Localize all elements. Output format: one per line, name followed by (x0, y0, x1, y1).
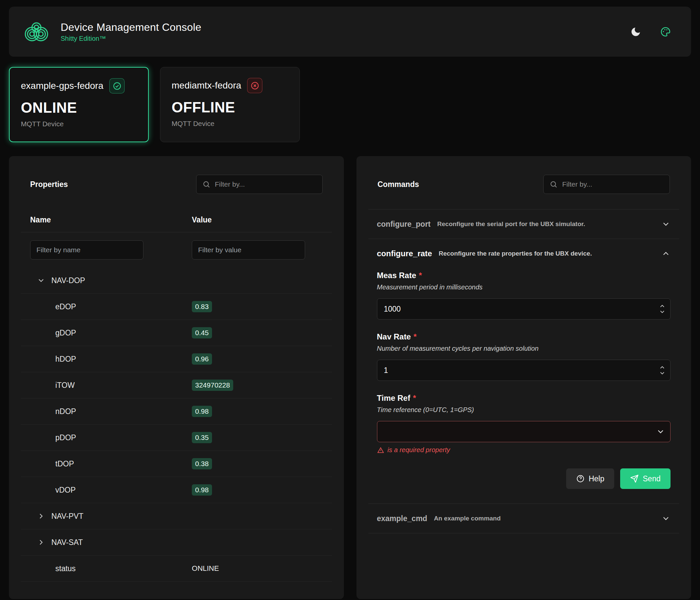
command-description: Reconfigure the serial port for the UBX … (437, 220, 585, 228)
dark-mode-toggle[interactable] (629, 25, 643, 39)
command-configure-port: configure_port Reconfigure the serial po… (368, 209, 679, 239)
error-text: is a required property (388, 446, 450, 454)
app-logo-icon (22, 18, 51, 46)
device-status: ONLINE (21, 99, 137, 116)
offline-status-icon (247, 78, 262, 93)
property-value: ONLINE (192, 564, 219, 573)
device-type: MQTT Device (21, 120, 137, 128)
app-header: Device Management Console Shitty Edition… (9, 7, 691, 57)
main-content: Properties Name Value (9, 156, 691, 599)
device-card-head: mediamtx-fedora (172, 78, 288, 93)
field-label: Time Ref* (377, 393, 671, 403)
stepper-down-icon (659, 310, 665, 314)
app-subtitle: Shitty Edition™ (60, 35, 201, 43)
properties-title: Properties (30, 180, 68, 189)
device-card-row: example-gps-fedora ONLINE MQTT Device me… (9, 67, 691, 142)
property-group-nav-dop[interactable]: NAV-DOP (21, 267, 332, 294)
property-value-badge: 0.96 (192, 353, 212, 365)
device-card-example-gps-fedora[interactable]: example-gps-fedora ONLINE MQTT Device (9, 67, 149, 142)
property-name: eDOP (55, 302, 76, 311)
property-group-label: NAV-SAT (51, 538, 83, 547)
commands-filter[interactable] (543, 175, 670, 194)
field-label: Meas Rate* (377, 271, 671, 280)
command-name: configure_rate (377, 249, 432, 258)
app-title: Device Management Console (60, 21, 201, 33)
command-header[interactable]: configure_port Reconfigure the serial po… (368, 210, 679, 239)
field-label: Nav Rate* (377, 332, 671, 341)
column-header-value: Value (182, 215, 332, 224)
chevron-right-icon (37, 538, 45, 547)
send-button[interactable]: Send (620, 469, 671, 489)
command-header[interactable]: example_cmd An example command (368, 504, 679, 533)
validation-error: is a required property (377, 446, 671, 454)
stepper-up-icon (659, 365, 665, 369)
device-card-mediamtx-fedora[interactable]: mediamtx-fedora OFFLINE MQTT Device (160, 67, 300, 142)
name-filter-input[interactable] (30, 240, 144, 260)
moon-icon (630, 26, 641, 38)
chevron-down-icon (37, 276, 45, 285)
property-group-nav-pvt[interactable]: NAV-PVT (21, 503, 332, 529)
search-icon (550, 180, 557, 188)
number-stepper[interactable] (659, 365, 665, 376)
property-value-badge: 0.98 (192, 484, 212, 496)
property-name: nDOP (55, 407, 76, 416)
brand-text: Device Management Console Shitty Edition… (60, 21, 201, 43)
time-ref-select[interactable] (377, 421, 671, 442)
command-configure-rate: configure_rate Reconfigure the rate prop… (368, 239, 679, 504)
chevron-right-icon (37, 512, 45, 521)
online-status-icon (109, 78, 125, 94)
property-row-itow: iTOW 324970228 (21, 372, 332, 399)
property-row-pdop: pDOP 0.35 (21, 425, 332, 451)
properties-filter-input[interactable] (215, 180, 316, 188)
command-description: An example command (434, 515, 501, 522)
property-group-nav-sat[interactable]: NAV-SAT (21, 529, 332, 556)
device-status: OFFLINE (172, 99, 288, 116)
field-nav-rate: Nav Rate* Number of measurement cycles p… (377, 332, 671, 381)
command-actions: Help Send (377, 469, 671, 489)
property-row-gdop: gDOP 0.45 (21, 320, 332, 346)
field-time-ref: Time Ref* Time reference (0=UTC, 1=GPS) (377, 393, 671, 454)
commands-title: Commands (378, 180, 419, 189)
device-card-head: example-gps-fedora (21, 78, 137, 94)
property-group-label: NAV-DOP (51, 276, 85, 285)
field-hint: Time reference (0=UTC, 1=GPS) (377, 406, 671, 414)
properties-panel-head: Properties (21, 156, 332, 208)
property-value-badge: 0.98 (192, 406, 212, 417)
property-row-edop: eDOP 0.83 (21, 294, 332, 320)
topbar-actions (629, 25, 673, 39)
chevron-down-icon (661, 514, 671, 523)
property-value-badge: 0.38 (192, 458, 212, 470)
property-name: vDOP (55, 486, 76, 495)
required-marker: * (413, 393, 416, 403)
page: Device Management Console Shitty Edition… (0, 0, 700, 600)
commands-panel-head: Commands (368, 156, 679, 208)
stepper-up-icon (659, 304, 665, 308)
command-example-cmd: example_cmd An example command (368, 504, 679, 533)
help-icon (576, 474, 585, 483)
command-form: Meas Rate* Measurement period in millise… (368, 268, 679, 504)
theme-palette-button[interactable] (658, 25, 673, 39)
help-button[interactable]: Help (566, 469, 614, 489)
device-name: example-gps-fedora (21, 80, 103, 91)
commands-filter-input[interactable] (562, 180, 664, 188)
property-value-badge: 0.45 (192, 327, 212, 338)
nav-rate-input[interactable] (377, 360, 671, 381)
properties-filter[interactable] (196, 175, 323, 194)
command-name: configure_port (377, 220, 431, 229)
command-name: example_cmd (377, 514, 427, 523)
required-marker: * (419, 271, 422, 280)
property-name: gDOP (55, 329, 76, 337)
palette-icon (660, 26, 671, 38)
command-description: Reconfigure the rate properties for the … (439, 250, 592, 257)
number-stepper[interactable] (659, 304, 665, 314)
table-header-row: Name Value (21, 208, 332, 232)
commands-panel: Commands configure_port Reconfigure the … (356, 156, 692, 599)
command-header[interactable]: configure_rate Reconfigure the rate prop… (368, 239, 679, 268)
property-name: hDOP (55, 355, 76, 364)
value-filter-input[interactable] (192, 240, 305, 260)
required-marker: * (414, 332, 417, 341)
meas-rate-input[interactable] (377, 298, 671, 319)
field-hint: Number of measurement cycles per navigat… (377, 345, 671, 352)
table-filter-row (21, 232, 332, 267)
send-icon (630, 474, 639, 483)
